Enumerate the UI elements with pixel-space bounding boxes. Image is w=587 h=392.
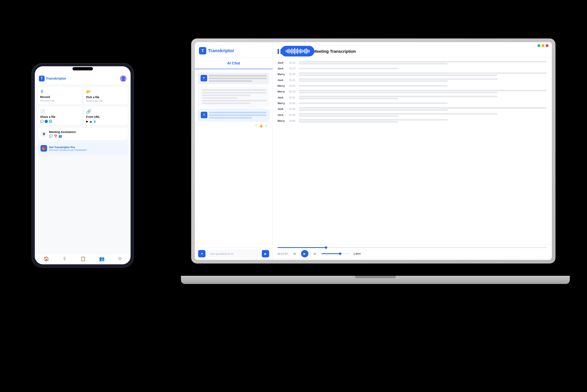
chat-message-1: T [198,72,269,84]
card-title-url: From URL [86,115,100,118]
transcript-bar [299,96,497,97]
transcript-bars [299,102,547,104]
table-row: Jack 02:59 [278,112,547,118]
laptop-screen: T Transkriptor AI Chat T [195,42,552,260]
record-icon: 🎙 [40,90,44,94]
speaker-time: 02:50 [289,108,296,110]
table-row: Jack 02:50 [278,106,547,112]
volume-track[interactable] [322,253,350,254]
speed-button[interactable]: 1.0X ▾ [353,252,361,255]
transcript-bar [299,119,448,120]
phone: T Transkriptor 👤 🎙 Record And transcribe… [32,63,134,268]
speaker-time: 01:23 [289,67,296,70]
table-row: Marry 02:19 [278,88,547,94]
ai-chat-tab[interactable]: AI Chat [195,58,272,69]
meeting-card[interactable]: 🖥 Meeting Assistance 💬 📅 👥 [38,128,128,140]
progress-thumb[interactable] [325,246,327,249]
nav-team-icon[interactable]: 👥 [99,256,105,262]
speed-value: 1.0X [353,252,359,255]
chat-line [202,97,238,99]
chat-messages: T [195,69,272,247]
nav-record-icon[interactable]: 🎙 [63,256,67,262]
progress-fill [278,247,326,248]
nav-home-icon[interactable]: 🏠 [44,256,49,262]
phone-avatar[interactable]: 👤 [120,75,127,82]
phone-logo-icon: T [39,76,45,82]
chat-avatar-t2: T [201,112,207,118]
forward-button[interactable]: ⏭ [312,250,318,257]
phone-logo: T Transkriptor [39,76,66,82]
heart-icon[interactable]: ♡ [254,124,257,128]
transcript-bar [299,115,398,116]
chat-line [202,102,251,104]
table-row: Marry 03:06 [278,118,547,124]
speaker-name: Marry [278,90,287,93]
card-sub-record: And transcribe [40,100,55,102]
speaker-time: 01:53 [289,84,296,87]
phone-card-pick-file[interactable]: 📂 Pick a file Audio/Video File [84,87,128,104]
speaker-name: Jack [278,108,287,110]
player-controls: 00:12:67 ⏮ ▶ ⏭ 1.0X ▾ [278,250,547,258]
rewind-button[interactable]: ⏮ [291,250,298,257]
transcript-bar [299,92,497,93]
promo-card[interactable]: 🎁 Get Transkriptor Pro Get more minutes … [38,142,128,154]
chat-line [209,112,266,113]
phone-card-record[interactable]: 🎙 Record And transcribe [38,87,82,104]
transcript-header: ▌▌▌ ACME Sales Meeting Transcription [273,49,552,57]
transcript-bars [299,68,547,69]
volume-thumb[interactable] [339,252,341,255]
card-sub-pick: Audio/Video File [86,100,103,102]
speed-chevron: ▾ [359,252,361,255]
speaker-time: 02:19 [289,90,296,93]
laptop-content: T Transkriptor AI Chat T [195,42,552,260]
transcript-bars [299,113,547,116]
promo-info: Get Transkriptor Pro Get more minutes to… [49,146,87,151]
transcript-bar [299,109,448,111]
transcript-bars [299,85,547,86]
table-row: Jack 01:23 [278,66,547,71]
card-title-record: Record [40,95,50,98]
transcript-bar [299,85,448,86]
thumbsup-icon[interactable]: 👍 [259,124,263,128]
send-button[interactable]: ▶ [262,250,269,258]
transcript-bars [299,61,547,64]
speaker-name: Jack [278,78,287,82]
star-icon[interactable]: ☆ [265,124,268,128]
transcript-bar [299,74,497,76]
table-row: Marry 01:35 [278,71,547,77]
laptop-logo: T Transkriptor [199,47,268,54]
transcript-bars [299,90,547,93]
meeting-info: Meeting Assistance 💬 📅 👥 [49,130,76,138]
transcript-bar [299,102,448,104]
transcript-bar [299,121,398,122]
chat-line [209,80,252,82]
phone-action-grid: 🎙 Record And transcribe 📂 Pick a file Au… [35,84,131,128]
chat-line [209,117,252,119]
nav-files-icon[interactable]: 📋 [80,256,86,262]
pick-file-icon: 📂 [86,90,91,94]
transcript-bar [299,80,448,82]
play-button[interactable]: ▶ [301,250,308,258]
progress-track[interactable] [278,247,547,248]
chat-message-2: T [198,109,269,121]
speaker-name: Jack [278,113,287,116]
chat-line [209,114,266,116]
reaction-icons: ♡ 👍 ☆ [198,124,269,128]
chat-input[interactable]: Ask Questions to AI [207,250,260,258]
nav-settings-icon[interactable]: ⚙ [118,256,122,262]
transcript-bar [299,90,547,91]
chat-line [202,89,267,91]
transcript-bar [299,61,547,62]
speaker-time: 01:35 [289,73,296,76]
green-dot [537,44,540,47]
phone-card-from-url[interactable]: 🔗 From URL ▶ ☁ 💧 [84,106,128,126]
speaker-time: 02:31 [289,96,296,99]
speaker-name: Marry [278,119,287,122]
sparkle-button[interactable]: ✦ [198,250,206,258]
laptop-logo-area: T Transkriptor [195,42,272,58]
phone-card-share-file[interactable]: 📄 Share a file 💬 🔵 🌐 [38,106,82,126]
transcript-bars [299,96,547,99]
transcript-bars [299,72,547,76]
chat-lines-1 [209,75,267,82]
time-display: 00:12:67 [278,252,288,255]
